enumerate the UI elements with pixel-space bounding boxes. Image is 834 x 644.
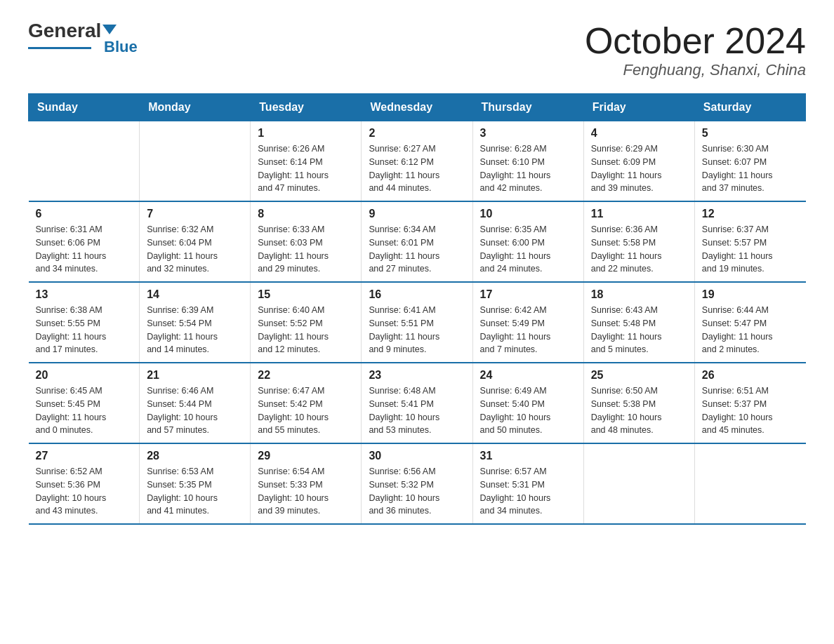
calendar-cell: [140, 121, 251, 202]
calendar-cell: 16Sunrise: 6:41 AMSunset: 5:51 PMDayligh…: [362, 282, 472, 363]
day-info: Sunrise: 6:40 AMSunset: 5:52 PMDaylight:…: [258, 304, 354, 356]
calendar-cell: 3Sunrise: 6:28 AMSunset: 6:10 PMDaylight…: [472, 121, 583, 202]
calendar-cell: 11Sunrise: 6:36 AMSunset: 5:58 PMDayligh…: [583, 201, 694, 282]
header-day-friday: Friday: [583, 94, 694, 121]
calendar-cell: 31Sunrise: 6:57 AMSunset: 5:31 PMDayligh…: [472, 443, 583, 524]
calendar-cell: 1Sunrise: 6:26 AMSunset: 6:14 PMDaylight…: [251, 121, 362, 202]
day-number: 31: [480, 450, 576, 462]
logo-general-text: General: [28, 21, 101, 41]
calendar-cell: 5Sunrise: 6:30 AMSunset: 6:07 PMDaylight…: [694, 121, 805, 202]
calendar-location: Fenghuang, Shanxi, China: [585, 61, 806, 79]
calendar-cell: 7Sunrise: 6:32 AMSunset: 6:04 PMDaylight…: [140, 201, 251, 282]
calendar-cell: 29Sunrise: 6:54 AMSunset: 5:33 PMDayligh…: [251, 443, 362, 524]
day-info: Sunrise: 6:52 AMSunset: 5:36 PMDaylight:…: [36, 465, 133, 518]
day-info: Sunrise: 6:54 AMSunset: 5:33 PMDaylight:…: [258, 465, 354, 518]
day-info: Sunrise: 6:51 AMSunset: 5:37 PMDaylight:…: [702, 384, 799, 437]
day-info: Sunrise: 6:39 AMSunset: 5:54 PMDaylight:…: [147, 304, 243, 356]
day-number: 18: [591, 288, 687, 301]
title-block: October 2024 Fenghuang, Shanxi, China: [585, 21, 806, 79]
day-number: 27: [36, 450, 133, 462]
calendar-cell: 19Sunrise: 6:44 AMSunset: 5:47 PMDayligh…: [694, 282, 805, 363]
calendar-cell: 20Sunrise: 6:45 AMSunset: 5:45 PMDayligh…: [29, 363, 140, 443]
day-info: Sunrise: 6:56 AMSunset: 5:32 PMDaylight:…: [369, 465, 465, 518]
day-number: 7: [147, 208, 243, 220]
day-number: 20: [36, 369, 133, 382]
calendar-cell: [583, 443, 694, 524]
day-info: Sunrise: 6:35 AMSunset: 6:00 PMDaylight:…: [480, 223, 576, 276]
day-info: Sunrise: 6:33 AMSunset: 6:03 PMDaylight:…: [258, 223, 354, 276]
calendar-cell: 21Sunrise: 6:46 AMSunset: 5:44 PMDayligh…: [140, 363, 251, 443]
day-info: Sunrise: 6:38 AMSunset: 5:55 PMDaylight:…: [36, 304, 133, 356]
day-info: Sunrise: 6:30 AMSunset: 6:07 PMDaylight:…: [702, 142, 799, 195]
day-info: Sunrise: 6:31 AMSunset: 6:06 PMDaylight:…: [36, 223, 133, 276]
day-info: Sunrise: 6:26 AMSunset: 6:14 PMDaylight:…: [258, 142, 354, 195]
day-number: 9: [369, 208, 465, 220]
day-number: 3: [480, 127, 576, 140]
calendar-cell: 28Sunrise: 6:53 AMSunset: 5:35 PMDayligh…: [140, 443, 251, 524]
day-info: Sunrise: 6:37 AMSunset: 5:57 PMDaylight:…: [702, 223, 799, 276]
calendar-week-row: 20Sunrise: 6:45 AMSunset: 5:45 PMDayligh…: [29, 363, 806, 443]
day-number: 25: [591, 369, 687, 382]
day-info: Sunrise: 6:44 AMSunset: 5:47 PMDaylight:…: [702, 304, 799, 356]
calendar-cell: 13Sunrise: 6:38 AMSunset: 5:55 PMDayligh…: [29, 282, 140, 363]
day-info: Sunrise: 6:27 AMSunset: 6:12 PMDaylight:…: [369, 142, 465, 195]
day-number: 28: [147, 450, 243, 462]
day-number: 14: [147, 288, 243, 301]
day-info: Sunrise: 6:36 AMSunset: 5:58 PMDaylight:…: [591, 223, 687, 276]
calendar-header-row: SundayMondayTuesdayWednesdayThursdayFrid…: [29, 94, 806, 121]
day-info: Sunrise: 6:45 AMSunset: 5:45 PMDaylight:…: [36, 384, 133, 437]
day-number: 19: [702, 288, 799, 301]
day-info: Sunrise: 6:50 AMSunset: 5:38 PMDaylight:…: [591, 384, 687, 437]
page-header: General Blue October 2024 Fenghuang, Sha…: [28, 21, 806, 79]
day-info: Sunrise: 6:32 AMSunset: 6:04 PMDaylight:…: [147, 223, 243, 276]
day-number: 21: [147, 369, 243, 382]
header-day-wednesday: Wednesday: [362, 94, 472, 121]
calendar-cell: 25Sunrise: 6:50 AMSunset: 5:38 PMDayligh…: [583, 363, 694, 443]
calendar-cell: [29, 121, 140, 202]
day-info: Sunrise: 6:34 AMSunset: 6:01 PMDaylight:…: [369, 223, 465, 276]
day-info: Sunrise: 6:46 AMSunset: 5:44 PMDaylight:…: [147, 384, 243, 437]
day-info: Sunrise: 6:47 AMSunset: 5:42 PMDaylight:…: [258, 384, 354, 437]
day-info: Sunrise: 6:43 AMSunset: 5:48 PMDaylight:…: [591, 304, 687, 356]
calendar-cell: 9Sunrise: 6:34 AMSunset: 6:01 PMDaylight…: [362, 201, 472, 282]
calendar-cell: 10Sunrise: 6:35 AMSunset: 6:00 PMDayligh…: [472, 201, 583, 282]
day-number: 16: [369, 288, 465, 301]
day-number: 6: [36, 208, 133, 220]
calendar-cell: 23Sunrise: 6:48 AMSunset: 5:41 PMDayligh…: [362, 363, 472, 443]
calendar-week-row: 6Sunrise: 6:31 AMSunset: 6:06 PMDaylight…: [29, 201, 806, 282]
day-number: 13: [36, 288, 133, 301]
day-info: Sunrise: 6:28 AMSunset: 6:10 PMDaylight:…: [480, 142, 576, 195]
day-number: 17: [480, 288, 576, 301]
calendar-cell: [694, 443, 805, 524]
day-number: 30: [369, 450, 465, 462]
logo-triangle-icon: [102, 25, 117, 34]
day-number: 29: [258, 450, 354, 462]
calendar-table: SundayMondayTuesdayWednesdayThursdayFrid…: [28, 93, 806, 525]
logo: General Blue: [28, 21, 138, 55]
calendar-week-row: 27Sunrise: 6:52 AMSunset: 5:36 PMDayligh…: [29, 443, 806, 524]
calendar-cell: 2Sunrise: 6:27 AMSunset: 6:12 PMDaylight…: [362, 121, 472, 202]
calendar-cell: 22Sunrise: 6:47 AMSunset: 5:42 PMDayligh…: [251, 363, 362, 443]
calendar-title: October 2024: [585, 21, 806, 61]
header-day-sunday: Sunday: [29, 94, 140, 121]
calendar-cell: 30Sunrise: 6:56 AMSunset: 5:32 PMDayligh…: [362, 443, 472, 524]
calendar-week-row: 1Sunrise: 6:26 AMSunset: 6:14 PMDaylight…: [29, 121, 806, 202]
calendar-cell: 26Sunrise: 6:51 AMSunset: 5:37 PMDayligh…: [694, 363, 805, 443]
day-number: 15: [258, 288, 354, 301]
header-day-tuesday: Tuesday: [251, 94, 362, 121]
day-number: 1: [258, 127, 354, 140]
day-info: Sunrise: 6:49 AMSunset: 5:40 PMDaylight:…: [480, 384, 576, 437]
day-number: 5: [702, 127, 799, 140]
calendar-cell: 27Sunrise: 6:52 AMSunset: 5:36 PMDayligh…: [29, 443, 140, 524]
day-info: Sunrise: 6:29 AMSunset: 6:09 PMDaylight:…: [591, 142, 687, 195]
day-number: 23: [369, 369, 465, 382]
logo-line: [28, 47, 91, 49]
calendar-week-row: 13Sunrise: 6:38 AMSunset: 5:55 PMDayligh…: [29, 282, 806, 363]
calendar-cell: 18Sunrise: 6:43 AMSunset: 5:48 PMDayligh…: [583, 282, 694, 363]
header-day-saturday: Saturday: [694, 94, 805, 121]
calendar-cell: 8Sunrise: 6:33 AMSunset: 6:03 PMDaylight…: [251, 201, 362, 282]
day-number: 8: [258, 208, 354, 220]
day-number: 4: [591, 127, 687, 140]
calendar-cell: 12Sunrise: 6:37 AMSunset: 5:57 PMDayligh…: [694, 201, 805, 282]
logo-blue-text: Blue: [104, 39, 138, 55]
